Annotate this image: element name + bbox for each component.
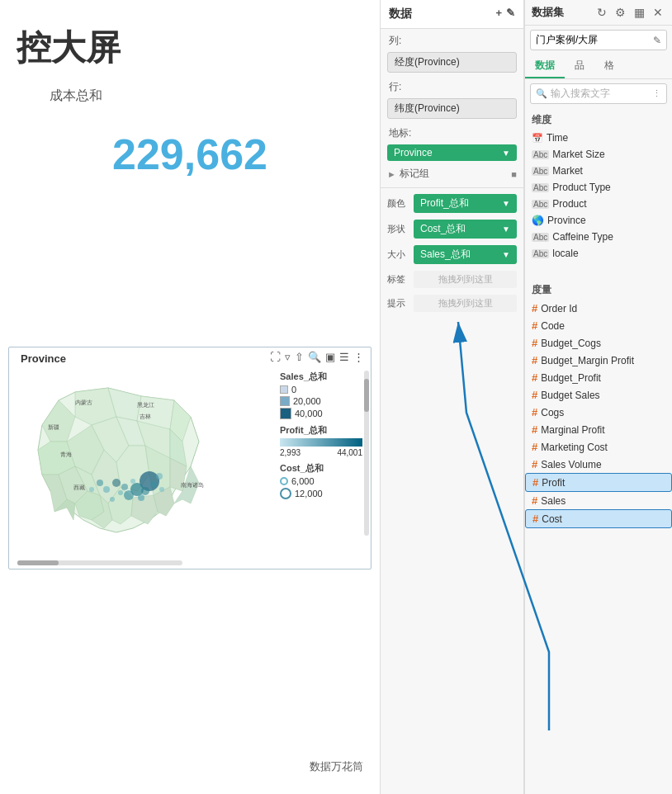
measure-marketing-cost[interactable]: # Marketing Cost — [525, 438, 672, 456]
col-section-label: 列: — [381, 29, 523, 50]
col-field-tag[interactable]: 经度(Province) — [387, 52, 517, 73]
dim-product-type-label: Product Type — [552, 182, 611, 193]
measure-sales-volume[interactable]: # Sales Volume — [525, 456, 672, 473]
data-panel-header: 数据 + ✎ — [381, 0, 523, 29]
measure-budget-cogs[interactable]: # Budget_Cogs — [525, 334, 672, 352]
dim-market-size-label: Market Size — [552, 149, 604, 160]
measure-code[interactable]: # Code — [525, 317, 672, 334]
measure-order-id[interactable]: # Order Id — [525, 300, 672, 317]
tab-table[interactable]: 格 — [594, 54, 624, 78]
fullscreen-icon[interactable]: ⛶ — [270, 351, 281, 363]
hash-icon: # — [532, 441, 537, 453]
measure-cogs[interactable]: # Cogs — [525, 404, 672, 421]
dim-product-label: Product — [552, 198, 586, 210]
zoom-icon[interactable]: 🔍 — [308, 351, 321, 363]
middle-panel: 数据 + ✎ 列: 经度(Province) 行: 纬度(Province) 地… — [380, 0, 524, 794]
search-box[interactable]: 🔍 输入搜索文字 ⋮ — [530, 83, 667, 104]
measure-budget-sales[interactable]: # Budget Sales — [525, 386, 672, 404]
measure-code-label: Code — [541, 320, 565, 332]
dropdown-arrow: ▼ — [502, 149, 510, 158]
tip-label: 提示 — [387, 297, 410, 310]
filter-icon[interactable]: ▿ — [285, 351, 291, 363]
search-icon: 🔍 — [536, 88, 547, 99]
measure-cost-label: Cost — [542, 513, 562, 525]
size-field[interactable]: Sales_总和 ▼ — [414, 245, 517, 264]
subtitle: 成本总和 — [0, 71, 380, 105]
measure-budget-profit-label: Budget_Profit — [541, 372, 601, 384]
edit-icon[interactable]: ✎ — [506, 7, 515, 19]
page-title: 控大屏 — [0, 0, 380, 71]
settings-icon[interactable]: ⚙ — [613, 5, 628, 20]
dataset-selector[interactable]: 门户案例/大屏 ✎ — [530, 30, 667, 50]
hash-icon: # — [532, 494, 537, 507]
map-title: Province — [21, 352, 66, 365]
mark-group-expand[interactable]: ■ — [511, 169, 517, 179]
measure-cost[interactable]: # Cost — [525, 509, 672, 528]
svg-text:内蒙古: 内蒙古 — [75, 399, 92, 405]
svg-point-17 — [159, 487, 164, 492]
refresh-icon[interactable]: ↻ — [594, 5, 609, 20]
svg-point-19 — [118, 490, 123, 495]
hash-icon: # — [532, 337, 537, 349]
dim-item-province[interactable]: 🌎 Province — [525, 212, 672, 229]
measure-marginal-profit[interactable]: # Marginal Profit — [525, 421, 672, 438]
dim-item-time[interactable]: 📅 Time — [525, 130, 672, 146]
svg-text:新疆: 新疆 — [48, 424, 59, 430]
svg-point-20 — [110, 497, 115, 502]
measure-sales-label: Sales — [541, 495, 566, 507]
add-icon[interactable]: + — [495, 7, 502, 19]
tab-row: 数据 品 格 — [525, 54, 672, 79]
color-field[interactable]: Profit_总和 ▼ — [414, 194, 517, 213]
dim-item-product[interactable]: Abc Product — [525, 196, 672, 212]
dimension-section-header: 维度 — [525, 108, 672, 130]
svg-point-12 — [138, 494, 144, 501]
hash-icon: # — [532, 458, 537, 470]
search-more-icon[interactable]: ⋮ — [652, 88, 661, 99]
svg-text:青海: 青海 — [60, 451, 72, 457]
sales-val-1: 20,000 — [293, 396, 321, 406]
dim-item-market[interactable]: Abc Market — [525, 163, 672, 179]
more-icon[interactable]: ⋮ — [353, 351, 364, 363]
close-icon[interactable]: ✕ — [651, 5, 665, 20]
tab-data[interactable]: 数据 — [525, 54, 565, 78]
dim-item-caffeine-type[interactable]: Abc Caffeine Type — [525, 229, 672, 245]
globe-icon: 🌎 — [532, 215, 544, 226]
hash-icon: # — [532, 302, 537, 314]
row-section-label: 行: — [381, 75, 523, 96]
cost-legend-title: Cost_总和 — [280, 462, 362, 475]
svg-text:西藏: 西藏 — [73, 484, 85, 490]
measure-budget-margin-profit[interactable]: # Budget_Margin Profit — [525, 352, 672, 369]
svg-text:黑龙江: 黑龙江 — [137, 402, 154, 408]
upload-icon[interactable]: ⇧ — [295, 351, 304, 363]
dim-time-label: Time — [547, 132, 568, 144]
geo-field-tag[interactable]: Province ▼ — [387, 144, 517, 161]
abc-icon: Abc — [532, 249, 549, 258]
dataset-label: 数据集 — [532, 5, 564, 20]
measure-budget-profit[interactable]: # Budget_Profit — [525, 369, 672, 386]
measure-sales[interactable]: # Sales — [525, 492, 672, 509]
measure-marketing-cost-label: Marketing Cost — [541, 442, 608, 453]
measure-profit[interactable]: # Profit — [525, 473, 672, 492]
measure-cogs-label: Cogs — [541, 407, 564, 418]
profit-max: 44,001 — [337, 448, 362, 457]
dim-item-market-size[interactable]: Abc Market Size — [525, 146, 672, 163]
tab-style[interactable]: 品 — [565, 54, 594, 78]
hash-icon: # — [532, 389, 537, 401]
abc-icon: Abc — [532, 233, 549, 242]
shape-field[interactable]: Cost_总和 ▼ — [414, 220, 517, 239]
mark-group-label: 标记组 — [400, 167, 429, 181]
row-field-tag[interactable]: 纬度(Province) — [387, 98, 517, 119]
dim-item-locale[interactable]: Abc locale — [525, 245, 672, 262]
frame-icon[interactable]: ▣ — [325, 351, 335, 363]
measure-marginal-profit-label: Marginal Profit — [541, 424, 604, 436]
map-toolbar: ⛶ ▿ ⇧ 🔍 ▣ ☰ ⋮ — [270, 351, 364, 363]
hash-icon: # — [532, 406, 537, 418]
list-icon[interactable]: ☰ — [339, 351, 349, 363]
dim-item-product-type[interactable]: Abc Product Type — [525, 179, 672, 196]
dataset-edit-icon[interactable]: ✎ — [653, 35, 661, 46]
measure-section-header: 度量 — [525, 278, 672, 300]
data-panel-title: 数据 — [389, 7, 412, 20]
profit-min: 2,993 — [280, 448, 301, 457]
measure-budget-sales-label: Budget Sales — [541, 390, 599, 401]
grid-icon[interactable]: ▦ — [632, 5, 647, 20]
